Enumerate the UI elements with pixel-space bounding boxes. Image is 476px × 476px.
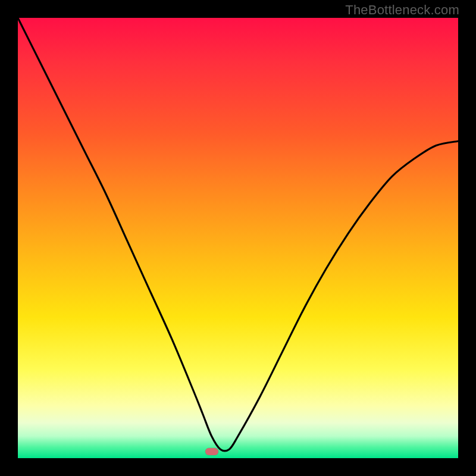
chart-frame: TheBottleneck.com: [0, 0, 476, 476]
watermark-text: TheBottleneck.com: [345, 2, 459, 18]
optimum-marker: [205, 448, 218, 455]
curve-layer: [18, 18, 458, 458]
bottleneck-curve: [18, 18, 458, 451]
plot-area: [18, 18, 458, 458]
